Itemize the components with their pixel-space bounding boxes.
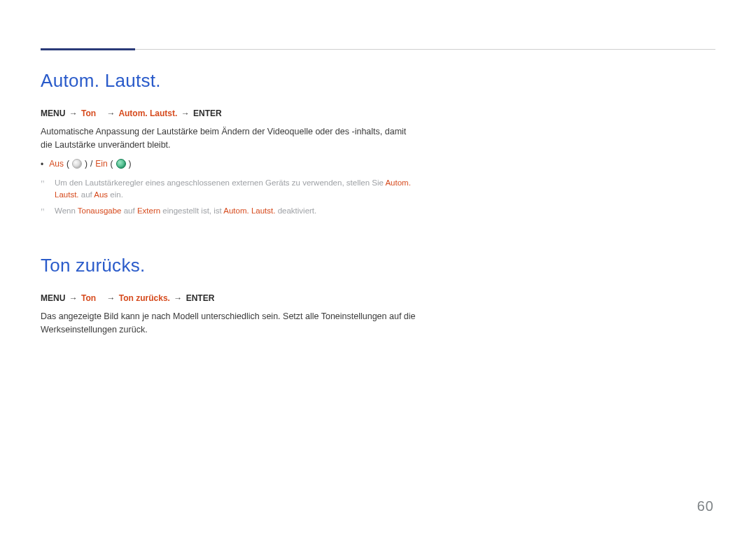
body-1: Automatische Anpassung der Lautstärke be… xyxy=(41,125,419,152)
t: ein. xyxy=(110,190,123,199)
heading-autom-lautst: Autom. Lautst. xyxy=(41,70,433,92)
path-item: Autom. Lautst. xyxy=(118,108,177,118)
option-ein: Ein xyxy=(95,159,107,169)
top-accent xyxy=(41,48,135,50)
content-column: Autom. Lautst. MENU → Ton → Autom. Lauts… xyxy=(41,70,433,337)
arrow-icon: → xyxy=(105,293,116,303)
note-body: Wenn Tonausgabe auf Extern eingestellt i… xyxy=(55,205,433,220)
t: eingestellt ist, ist xyxy=(162,206,223,215)
option-aus: Aus xyxy=(49,159,64,169)
notes: " Um den Lautstärkeregler eines angeschl… xyxy=(41,177,433,220)
path-ton: Ton xyxy=(81,108,96,118)
note-mark-icon: " xyxy=(41,205,48,220)
toggle-on-icon xyxy=(116,159,126,169)
heading-ton-zuruecks: Ton zurücks. xyxy=(41,255,433,276)
section-ton-zuruecks: Ton zurücks. MENU → Ton → Ton zurücks. →… xyxy=(41,255,433,337)
bullet-icon: • xyxy=(41,159,43,171)
option-row: • Aus ( ) / Ein ( ) xyxy=(41,159,433,174)
arrow-icon: → xyxy=(180,108,191,118)
t: Aus xyxy=(94,190,108,199)
path-enter: ENTER xyxy=(193,108,222,118)
t: Extern xyxy=(137,206,160,215)
option-line: Aus ( ) / Ein ( ) xyxy=(49,159,131,169)
path-ton: Ton xyxy=(81,293,96,303)
note-mark-icon: " xyxy=(41,177,48,202)
note-body: Um den Lautstärkeregler eines angeschlos… xyxy=(55,177,433,202)
t: Um den Lautstärkeregler eines angeschlos… xyxy=(55,178,385,187)
paren-close: ) xyxy=(129,159,132,169)
t: Autom. Lautst. xyxy=(223,206,275,215)
t: Tonausgabe xyxy=(78,206,122,215)
arrow-icon: → xyxy=(105,108,116,118)
menu-path-1: MENU → Ton → Autom. Lautst. → ENTER xyxy=(41,108,433,118)
note-row: " Wenn Tonausgabe auf Extern eingestellt… xyxy=(41,205,433,220)
page: Autom. Lautst. MENU → Ton → Autom. Lauts… xyxy=(0,0,756,534)
arrow-icon: → xyxy=(172,293,183,303)
paren-open: ( xyxy=(111,159,113,169)
arrow-icon: → xyxy=(68,108,79,118)
t: deaktiviert. xyxy=(278,206,317,215)
slash: / xyxy=(90,159,92,169)
path-menu: MENU xyxy=(41,108,65,118)
top-divider xyxy=(41,49,715,50)
paren-open: ( xyxy=(66,159,69,169)
path-menu: MENU xyxy=(41,293,65,303)
t: auf xyxy=(81,190,94,199)
menu-path-2: MENU → Ton → Ton zurücks. → ENTER xyxy=(41,293,433,303)
note-row: " Um den Lautstärkeregler eines angeschl… xyxy=(41,177,433,202)
toggle-off-icon xyxy=(72,159,82,169)
page-number: 60 xyxy=(697,498,714,514)
paren-close: ) xyxy=(85,159,88,169)
path-item: Ton zurücks. xyxy=(119,293,170,303)
t: Wenn xyxy=(55,206,78,215)
arrow-icon: → xyxy=(68,293,79,303)
options-block: • Aus ( ) / Ein ( ) xyxy=(41,159,433,174)
t: auf xyxy=(124,206,137,215)
path-enter: ENTER xyxy=(186,293,215,303)
body-2: Das angezeigte Bild kann je nach Modell … xyxy=(41,310,419,337)
